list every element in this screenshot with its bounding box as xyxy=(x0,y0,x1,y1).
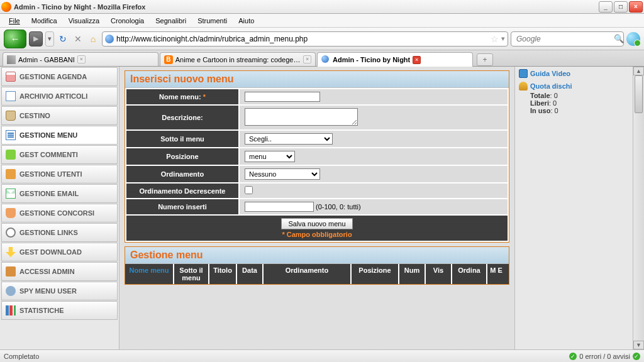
tab-anime[interactable]: B Anime e Cartoon in streaming: codegea.… xyxy=(160,52,316,66)
sidebar-item-gest-download[interactable]: GEST DOWNLOAD xyxy=(1,243,118,261)
sidebar-item-gestione-menu[interactable]: GESTIONE MENU xyxy=(1,126,118,145)
stats-icon xyxy=(6,305,16,315)
sidebar-item-label: SPY MENU USER xyxy=(19,287,77,295)
minimize-button[interactable]: _ xyxy=(599,1,613,13)
dl-icon xyxy=(6,247,16,257)
url-dropdown-icon[interactable]: ▾ xyxy=(501,35,505,43)
main-area: Inserisci nuovo menu Nome menu: * Descri… xyxy=(119,67,514,349)
search-bar[interactable]: 🔍 xyxy=(511,31,624,47)
select-posizione[interactable]: menu xyxy=(245,151,295,162)
sidebar-item-statistiche[interactable]: STATISTICHE xyxy=(1,301,118,320)
quota-totale: Totale: 0 xyxy=(530,92,629,99)
select-sotto-menu[interactable]: Scegli.. xyxy=(245,133,333,145)
sidebar-item-label: GESTIONE MENU xyxy=(19,131,77,139)
label-posizione: Posizione xyxy=(126,148,239,165)
history-dropdown[interactable]: ▾ xyxy=(45,31,54,47)
sidebar-item-gestione-email[interactable]: GESTIONE EMAIL xyxy=(1,184,118,203)
status-ok-icon: ✓ xyxy=(633,353,640,360)
panel-insert-menu: Inserisci nuovo menu Nome menu: * Descri… xyxy=(125,70,509,243)
trophy-icon xyxy=(6,208,16,218)
menu-strumenti[interactable]: Strumenti xyxy=(192,16,232,26)
url-input[interactable] xyxy=(116,35,488,43)
col-nome[interactable]: Nome menu xyxy=(125,264,174,284)
sidebar-item-spy-menu-user[interactable]: SPY MENU USER xyxy=(1,282,118,300)
search-input[interactable] xyxy=(516,35,611,43)
maximize-button[interactable]: □ xyxy=(614,1,628,13)
search-icon[interactable]: 🔍 xyxy=(614,34,624,43)
menu-aiuto[interactable]: Aiuto xyxy=(233,16,259,26)
sidebar-item-archivio-articoli[interactable]: ARCHIVIO ARTICOLI xyxy=(1,87,118,106)
messenger-icon[interactable] xyxy=(626,32,640,46)
input-nome-menu[interactable] xyxy=(245,92,320,102)
tab-gabbani[interactable]: Admin - GABBANI × xyxy=(3,52,158,66)
sidebar-item-label: GESTIONE UTENTI xyxy=(19,170,82,178)
right-sidebar: Guida Video Quota dischi Totale: 0 Liber… xyxy=(514,67,633,349)
col-me[interactable]: M E xyxy=(487,264,505,284)
tab-ticino[interactable]: Admin - Ticino by Night × xyxy=(317,52,473,67)
panel-gestione-menu: Gestione menu Nome menu Sotto il menu Ti… xyxy=(125,246,509,285)
label-sotto: Sotto il menu xyxy=(126,130,239,148)
blogger-icon: B xyxy=(164,55,173,64)
sidebar-item-label: GESTIONE LINKS xyxy=(19,229,78,236)
label-nome: Nome menu: * xyxy=(126,89,239,105)
status-text: Completato xyxy=(4,353,39,360)
link-icon xyxy=(6,228,16,238)
sidebar-item-gest-commenti[interactable]: GEST COMMENTI xyxy=(1,145,118,164)
vertical-scrollbar[interactable]: ▲ ▼ xyxy=(633,67,644,349)
home-icon[interactable]: ⌂ xyxy=(87,33,99,45)
close-button[interactable]: × xyxy=(629,1,643,13)
menu-cronologia[interactable]: Cronologia xyxy=(106,16,149,26)
tab-close-icon[interactable]: × xyxy=(303,55,311,63)
col-vis[interactable]: Vis xyxy=(426,264,452,284)
col-ordinamento[interactable]: Ordinamento xyxy=(264,264,352,284)
scroll-down-icon[interactable]: ▼ xyxy=(633,341,644,349)
tab-close-icon[interactable]: × xyxy=(77,55,86,63)
new-tab-button[interactable]: + xyxy=(477,53,493,66)
users-icon xyxy=(6,169,16,179)
sidebar-item-gestione-agenda[interactable]: GESTIONE AGENDA xyxy=(1,67,118,86)
required-note: * Campo obbligatorio xyxy=(131,231,502,238)
menu-file[interactable]: File xyxy=(4,16,25,26)
grid-header: Nome menu Sotto il menu Titolo Data Ordi… xyxy=(125,264,509,284)
col-data[interactable]: Data xyxy=(237,264,264,284)
cal-icon xyxy=(6,72,16,82)
input-numero-inserti[interactable] xyxy=(245,202,314,212)
checkbox-ord-desc[interactable] xyxy=(245,186,253,194)
window-titlebar: Admin - Ticino by Night - Mozilla Firefo… xyxy=(0,0,644,14)
doc-icon xyxy=(6,91,16,101)
label-ord-desc: Ordinamento Decrescente xyxy=(126,183,239,199)
menu-segnalibri[interactable]: Segnalibri xyxy=(150,16,191,26)
sidebar-item-gestione-links[interactable]: GESTIONE LINKS xyxy=(1,223,118,242)
sidebar-item-label: GEST DOWNLOAD xyxy=(19,248,82,256)
input-descrizione[interactable] xyxy=(245,108,358,126)
bookmark-star-icon[interactable]: ☆ xyxy=(491,34,499,44)
col-sotto[interactable]: Sotto il menu xyxy=(174,264,209,284)
scroll-up-icon[interactable]: ▲ xyxy=(633,67,644,75)
save-button[interactable]: Salva nuovo menu xyxy=(281,218,352,229)
scroll-thumb[interactable] xyxy=(635,75,643,113)
panel-title: Gestione menu xyxy=(125,247,509,264)
menu-modifica[interactable]: Modifica xyxy=(26,16,62,26)
sidebar-item-accessi-admin[interactable]: ACCESSI ADMIN xyxy=(1,262,118,281)
tab-close-icon[interactable]: × xyxy=(413,56,421,64)
url-bar[interactable]: ☆ ▾ xyxy=(102,31,508,47)
globe-icon xyxy=(321,55,330,64)
reload-icon[interactable]: ↻ xyxy=(57,33,69,45)
col-num[interactable]: Num xyxy=(399,264,426,284)
col-posizione[interactable]: Posizione xyxy=(352,264,399,284)
label-ordinamento: Ordinamento xyxy=(126,165,239,183)
guida-video-link[interactable]: Guida Video xyxy=(519,69,629,78)
col-ordina[interactable]: Ordina xyxy=(452,264,487,284)
menu-visualizza[interactable]: Visualizza xyxy=(64,16,104,26)
forward-button[interactable]: ▶ xyxy=(29,31,43,47)
panel-title: Inserisci nuovo menu xyxy=(125,71,509,88)
stop-icon[interactable]: ✕ xyxy=(72,33,84,45)
menubar: File Modifica Visualizza Cronologia Segn… xyxy=(0,14,644,28)
select-ordinamento[interactable]: Nessuno xyxy=(245,168,320,180)
sidebar-item-gestione-concorsi[interactable]: GESTIONE CONCORSI xyxy=(1,204,118,222)
back-button[interactable]: ← xyxy=(4,30,26,48)
sidebar-item-gestione-utenti[interactable]: GESTIONE UTENTI xyxy=(1,165,118,184)
sidebar-item-cestino[interactable]: CESTINO xyxy=(1,106,118,125)
col-titolo[interactable]: Titolo xyxy=(209,264,237,284)
sidebar-item-label: ACCESSI ADMIN xyxy=(19,268,75,275)
